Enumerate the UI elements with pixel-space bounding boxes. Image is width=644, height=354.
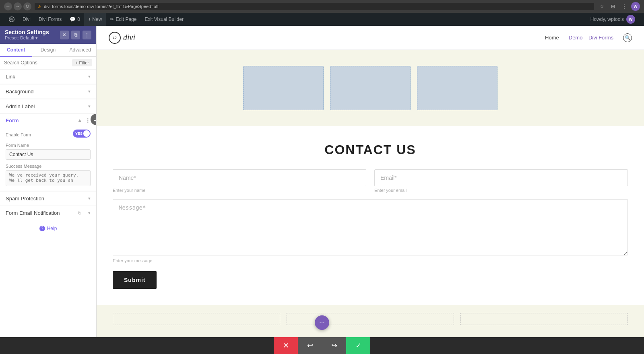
canvas-area: D divi Home Demo – Divi Forms 🔍 CONTACT …	[97, 26, 644, 337]
form-name-input[interactable]	[6, 149, 91, 160]
sidebar-more-button[interactable]: ⋮	[83, 31, 91, 39]
bottom-placeholder-1[interactable]	[113, 313, 280, 325]
extensions-icon[interactable]: ⊞	[609, 2, 617, 11]
save-button[interactable]: ✓	[346, 337, 370, 354]
sidebar-copy-button[interactable]: ⧉	[71, 31, 80, 39]
edit-page-admin-item[interactable]: ✏ Edit Page	[106, 13, 140, 26]
email-input-group: Enter your email	[374, 169, 628, 193]
cancel-button[interactable]: ✕	[274, 337, 298, 354]
image-placeholder-2[interactable]	[330, 66, 411, 110]
form-name-email-row: Enter your name Enter your email	[113, 169, 628, 193]
comments-count: 0	[77, 16, 80, 22]
wp-logo-item[interactable]: W	[5, 13, 19, 26]
form-email-notification-header[interactable]: Form Email Notification ↻ ▾	[0, 206, 96, 220]
sidebar-preset: Preset: Default ▾	[5, 35, 49, 41]
sidebar-header: Section Settings Preset: Default ▾ ✕ ⧉ ⋮	[0, 26, 96, 44]
bottom-placeholder-3[interactable]	[460, 313, 628, 325]
nav-demo[interactable]: Demo – Divi Forms	[569, 35, 613, 41]
background-label: Background	[6, 88, 33, 95]
message-field-group: Enter your message	[113, 199, 628, 263]
divi-logo-icon: D	[109, 32, 121, 44]
address-bar[interactable]: ⚠ divi-forms.local/demo-divi-forms/?et_f…	[35, 3, 594, 10]
form-section: Form ▲ ⋮ ⇄ Enable Form YES Form Name	[0, 114, 96, 191]
tab-design[interactable]: Design	[32, 44, 64, 57]
form-section-label: Form	[6, 117, 19, 123]
svg-text:W: W	[10, 18, 13, 21]
exit-vb-admin-item[interactable]: Exit Visual Builder	[140, 13, 188, 26]
message-hint: Enter your message	[113, 258, 628, 263]
email-input[interactable]	[374, 169, 628, 186]
sidebar-header-actions: ✕ ⧉ ⋮	[60, 31, 91, 39]
sidebar-title: Section Settings	[5, 29, 49, 35]
admin-label-section-header[interactable]: Admin Label ▾	[0, 99, 96, 113]
form-email-chevron-icon: ▾	[88, 210, 91, 216]
link-chevron-icon: ▾	[88, 74, 91, 79]
sidebar-tabs: Content Design Advanced	[0, 44, 96, 57]
avatar[interactable]: W	[631, 2, 640, 11]
nav-search-icon[interactable]: 🔍	[623, 33, 632, 42]
tab-content[interactable]: Content	[0, 44, 32, 57]
forward-button[interactable]: →	[14, 2, 22, 10]
name-input-group: Enter your name	[113, 169, 366, 193]
form-email-notification-section: Form Email Notification ↻ ▾	[0, 206, 96, 220]
bottom-toolbar: ✕ ↩ ↪ ✓	[0, 337, 644, 354]
name-input[interactable]	[113, 169, 366, 186]
success-message-label: Success Message	[6, 164, 91, 169]
menu-icon[interactable]: ⋮	[620, 2, 629, 11]
site-nav: D divi Home Demo – Divi Forms 🔍	[97, 26, 644, 50]
spam-protection-label: Spam Protection	[6, 196, 44, 202]
bottom-placeholders	[105, 305, 636, 333]
message-textarea[interactable]	[113, 199, 628, 255]
admin-label-label: Admin Label	[6, 103, 35, 109]
undo-button[interactable]: ↩	[298, 337, 322, 354]
back-button[interactable]: ←	[4, 2, 12, 10]
spam-protection-header[interactable]: Spam Protection ▾	[0, 191, 96, 206]
site-nav-right: Home Demo – Divi Forms 🔍	[545, 33, 632, 42]
admin-label-chevron-icon: ▾	[88, 104, 91, 109]
edit-page-label: Edit Page	[116, 16, 136, 22]
page-content: CONTACT US Enter your name Enter your em…	[97, 50, 644, 337]
filter-button[interactable]: + Filter	[72, 59, 92, 66]
new-admin-item[interactable]: + New	[84, 13, 106, 26]
help-label: Help	[47, 226, 57, 231]
enable-form-toggle[interactable]: YES	[73, 130, 91, 138]
spam-protection-section: Spam Protection ▾	[0, 191, 96, 206]
howdy-item: Howdy, wptools W	[586, 15, 639, 24]
image-placeholder-3[interactable]	[417, 66, 497, 110]
loading-icon: ↻	[78, 210, 82, 216]
enable-form-label: Enable Form	[6, 132, 31, 137]
submit-button[interactable]: Submit	[113, 271, 157, 289]
link-section-header[interactable]: Link ▾	[0, 70, 96, 84]
name-hint: Enter your name	[113, 188, 366, 193]
help-circle-icon: ?	[39, 226, 45, 231]
lock-icon: ⚠	[38, 4, 41, 9]
reload-button[interactable]: ↻	[23, 2, 31, 10]
browser-bar: ← → ↻ ⚠ divi-forms.local/demo-divi-forms…	[0, 0, 644, 13]
link-label: Link	[6, 74, 15, 80]
form-section-more-icon[interactable]: ⋮	[85, 117, 91, 123]
background-section-header[interactable]: Background ▾	[0, 84, 96, 99]
image-placeholder-1[interactable]	[243, 66, 324, 110]
contact-title: CONTACT US	[113, 142, 628, 157]
floating-dots-button[interactable]: ···	[315, 315, 329, 330]
divi-forms-label: Divi Forms	[39, 16, 62, 22]
redo-button[interactable]: ↪	[322, 337, 346, 354]
divi-admin-item[interactable]: Divi	[19, 13, 35, 26]
admin-avatar[interactable]: W	[626, 15, 635, 24]
help-button[interactable]: ? Help	[39, 226, 57, 231]
nav-home[interactable]: Home	[545, 35, 559, 41]
success-message-textarea[interactable]	[6, 170, 91, 186]
divi-label: Divi	[23, 16, 31, 22]
bookmark-icon[interactable]: ☆	[597, 2, 606, 11]
form-email-notification-label: Form Email Notification	[6, 210, 60, 216]
search-bar: + Filter	[0, 57, 96, 69]
contact-section: CONTACT US Enter your name Enter your em…	[97, 126, 644, 305]
form-section-up-icon[interactable]: ▲	[77, 117, 83, 123]
sidebar-close-button[interactable]: ✕	[60, 31, 69, 39]
tab-advanced[interactable]: Advanced	[64, 44, 96, 57]
search-input[interactable]	[4, 60, 70, 66]
comments-admin-item[interactable]: 💬 0	[66, 13, 84, 26]
logo-text: divi	[123, 33, 135, 42]
divi-forms-admin-item[interactable]: Divi Forms	[35, 13, 66, 26]
bottom-placeholder-2[interactable]	[287, 313, 454, 325]
